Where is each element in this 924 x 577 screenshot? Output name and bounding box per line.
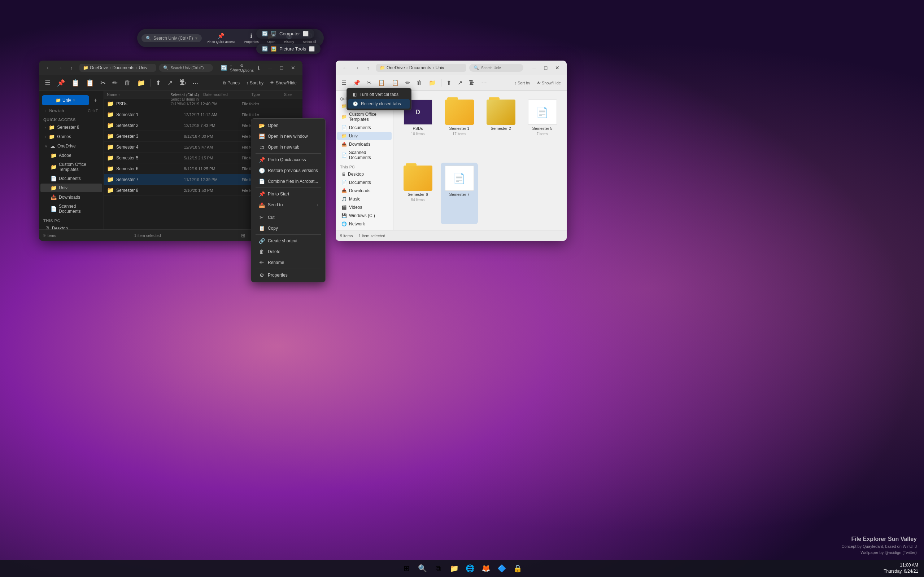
left-back-button[interactable]: ← — [43, 63, 53, 73]
tb-sort[interactable]: ↕ Sort by — [243, 77, 267, 89]
tp-turn-off-vertical[interactable]: ◧ Turn off vertical tabs — [348, 90, 410, 99]
right-maximize[interactable]: □ — [541, 63, 551, 73]
taskbar-file-explorer[interactable]: 📁 — [447, 562, 460, 575]
right-onedrive[interactable]: OneDrive — [386, 65, 405, 70]
left-close-btn[interactable]: ✕ — [288, 63, 298, 73]
tb-collapse[interactable]: ☰ — [42, 77, 53, 89]
sidebar-item-univ[interactable]: 📁 Univ — [40, 184, 102, 192]
tb-cut[interactable]: ✂ — [97, 77, 109, 89]
new-tab-button[interactable]: + New tab Ctrl+T — [40, 107, 102, 114]
right-sidebar-music[interactable]: 🎵 Music — [337, 195, 392, 203]
toolbar-search[interactable]: 🔍 Search Univ (Ctrl+F) ▾ — [142, 34, 202, 42]
toolbar-pin-quick[interactable]: 📌 Pin to Quick access — [203, 31, 239, 45]
taskbar-security[interactable]: 🔒 — [511, 562, 524, 575]
sidebar-tab-univ[interactable]: 📁 Univ ✕ — [42, 95, 89, 105]
tb-new-folder[interactable]: 📁 — [134, 77, 148, 89]
ctx-pin-start[interactable]: 📌 Pin to Start — [253, 189, 324, 200]
sidebar-item-onedrive[interactable]: ∨ ☁ OneDrive — [40, 142, 102, 150]
ctx-properties[interactable]: ⚙ Properties — [253, 270, 324, 280]
right-search-bar[interactable]: 🔍 Search Univ — [469, 64, 523, 72]
ctx-delete[interactable]: 🗑 Delete — [253, 246, 324, 257]
right-sidebar-office-templates[interactable]: 📁 Custom Office Templates — [337, 110, 392, 123]
ctx-copy[interactable]: 📋 Copy — [253, 223, 324, 234]
right-tb-2[interactable]: 📌 — [350, 77, 363, 89]
right-documents[interactable]: Documents — [409, 65, 431, 70]
add-tab-button[interactable]: + — [90, 95, 101, 105]
left-info-btn[interactable]: ℹ — [254, 63, 263, 73]
tb-more[interactable]: ⋯ — [189, 77, 202, 89]
right-sidebar-documents[interactable]: 📄 Documents — [337, 124, 392, 132]
tb-paste[interactable]: 📋 — [83, 77, 97, 89]
tb-copy[interactable]: 📋 — [69, 77, 82, 89]
right-tb-1[interactable]: ☰ — [339, 77, 349, 89]
header-size[interactable]: Size — [284, 92, 300, 97]
taskbar-firefox[interactable]: 🦊 — [479, 562, 492, 575]
view-large-icons[interactable]: ⊞ — [239, 231, 247, 240]
tb-share[interactable]: ↗ — [165, 77, 176, 89]
right-tb-7[interactable]: 🗑 — [414, 77, 425, 89]
right-up-button[interactable]: ↑ — [363, 63, 373, 73]
breadcrumb-documents[interactable]: Documents — [113, 65, 135, 70]
right-univ[interactable]: Univ — [435, 65, 444, 70]
right-tb-11[interactable]: 🗜 — [466, 77, 478, 89]
sidebar-item-games[interactable]: › 📁 Games — [40, 132, 102, 141]
right-tb-6[interactable]: ✏ — [402, 77, 413, 89]
tp-recently-closed[interactable]: 🕐 Recently closed tabs — [348, 99, 410, 108]
thumb-semester7[interactable]: 📄 Semester 7 — [441, 163, 478, 224]
sidebar-item-documents-qa[interactable]: 📄 Documents — [40, 174, 102, 183]
ctx-open-new-window[interactable]: 🪟 Open in new window — [253, 131, 324, 142]
left-forward-button[interactable]: → — [55, 63, 65, 73]
right-tb-sort[interactable]: ↕ Sort by — [512, 77, 533, 89]
thumb-semester1[interactable]: Semester 1 17 items — [441, 97, 478, 158]
tb-upload[interactable]: ⬆ — [153, 77, 164, 89]
right-sidebar-documents-pc[interactable]: 📄 Documents — [337, 179, 392, 187]
thumb-semester5[interactable]: 📄 Semester 5 7 items — [524, 97, 561, 158]
right-tb-4[interactable]: 📋 — [375, 77, 388, 89]
right-tb-3[interactable]: ✂ — [364, 77, 374, 89]
left-maximize-btn[interactable]: □ — [276, 63, 287, 73]
right-close[interactable]: ✕ — [552, 63, 562, 73]
right-sidebar-scanned[interactable]: 📄 Scanned Documents — [337, 148, 392, 161]
left-options-btn[interactable]: ⚙ Options — [242, 63, 252, 73]
sidebar-item-semester8[interactable]: › 📁 Semester 8 — [40, 123, 102, 132]
breadcrumb-univ[interactable]: Univ — [139, 65, 147, 70]
breadcrumb-onedrive[interactable]: OneDrive — [90, 65, 108, 70]
left-up-button[interactable]: ↑ — [66, 63, 76, 73]
tb-delete[interactable]: 🗑 — [121, 77, 134, 89]
right-tb-5[interactable]: 📋 — [389, 77, 402, 89]
left-search-bar[interactable]: 🔍 Search Univ (Ctrl+F) — [159, 64, 213, 72]
right-tb-8[interactable]: 📁 — [426, 77, 439, 89]
thumb-semester6[interactable]: Semester 6 84 items — [399, 163, 436, 224]
taskbar-edge[interactable]: 🌐 — [464, 562, 477, 575]
thumb-semester2[interactable]: Semester 2 — [482, 97, 519, 158]
right-forward-button[interactable]: → — [352, 63, 362, 73]
right-tb-10[interactable]: ↗ — [455, 77, 465, 89]
ctx-rename[interactable]: ✏ Rename — [253, 257, 324, 268]
header-type[interactable]: Type — [252, 92, 283, 97]
right-sidebar-downloads[interactable]: 📥 Downloads — [337, 140, 392, 148]
taskbar-start-button[interactable]: ⊞ — [400, 562, 413, 575]
header-name[interactable]: Name ↑ — [107, 92, 169, 97]
right-tb-view[interactable]: 👁 Show/Hide — [534, 77, 564, 89]
sidebar-item-scanned[interactable]: 📄 Scanned Documents — [40, 202, 102, 215]
right-breadcrumb[interactable]: 📁 OneDrive › Documents › Univ — [376, 64, 466, 72]
tb-pin[interactable]: 📌 — [54, 77, 68, 89]
right-sidebar-network[interactable]: 🌐 Network — [337, 220, 392, 228]
tab-close-icon[interactable]: ✕ — [73, 98, 76, 102]
ctx-open-new-tab[interactable]: 🗂 Open in new tab — [253, 142, 324, 153]
left-minimize-btn[interactable]: ─ — [265, 63, 275, 73]
ctx-pin-quick[interactable]: 📌 Pin to Quick access — [253, 154, 324, 165]
ctx-cut[interactable]: ✂ Cut — [253, 212, 324, 223]
taskbar-store[interactable]: 🔷 — [495, 562, 508, 575]
ctx-create-shortcut[interactable]: 🔗 Create shortcut — [253, 235, 324, 246]
right-tb-9[interactable]: ⬆ — [444, 77, 454, 89]
right-sidebar-videos[interactable]: 🎬 Videos — [337, 203, 392, 211]
taskbar-search-button[interactable]: 🔍 — [416, 562, 429, 575]
tb-panes[interactable]: ⧉ Panes — [220, 77, 242, 89]
right-minimize[interactable]: ─ — [529, 63, 539, 73]
sidebar-item-downloads-qa[interactable]: 📥 Downloads — [40, 193, 102, 201]
file-row-psds[interactable]: 📁PSDs 11/12/19 12:40 PM File folder — [104, 98, 302, 109]
ctx-send-to[interactable]: 📤 Send to › — [253, 200, 324, 210]
right-sidebar-univ[interactable]: 📁 Univ — [337, 132, 392, 140]
right-tb-12[interactable]: ⋯ — [478, 77, 490, 89]
